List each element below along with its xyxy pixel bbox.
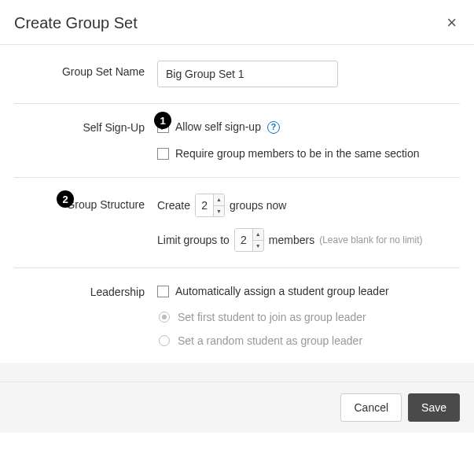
limit-prefix-text: Limit groups to: [157, 234, 230, 246]
first-student-text: Set first student to join as group leade…: [178, 311, 366, 323]
self-signup-section: 1 Self Sign-Up Allow self sign-up ? Requ…: [0, 104, 474, 177]
group-set-name-input[interactable]: [157, 61, 338, 87]
create-groups-row: Create ▲ ▼ groups now: [157, 194, 460, 217]
cancel-button[interactable]: Cancel: [340, 393, 402, 422]
group-set-name-section: Group Set Name: [0, 45, 474, 103]
limit-hint-text: (Leave blank for no limit): [319, 234, 422, 245]
spinner: ▲ ▼: [252, 229, 263, 251]
auto-leader-row: Automatically assign a student group lea…: [157, 284, 460, 300]
random-student-radio[interactable]: [159, 335, 170, 346]
chevron-up-icon[interactable]: ▲: [214, 194, 224, 206]
footer-spacer: [0, 363, 474, 382]
leadership-label: Leadership: [14, 284, 157, 298]
group-structure-section: 2 Group Structure Create ▲ ▼ groups now: [0, 178, 474, 268]
random-student-row: Set a random student as group leader: [159, 334, 460, 347]
help-icon[interactable]: ?: [267, 121, 280, 134]
modal-footer: Cancel Save: [0, 382, 474, 433]
modal-title: Create Group Set: [14, 14, 138, 32]
limit-count-input[interactable]: [235, 229, 252, 251]
auto-leader-text: Automatically assign a student group lea…: [175, 284, 389, 300]
allow-self-signup-row: Allow self sign-up ?: [157, 120, 460, 135]
same-section-row: Require group members to be in the same …: [157, 146, 460, 162]
group-structure-label: Group Structure: [14, 194, 157, 211]
chevron-up-icon[interactable]: ▲: [253, 229, 263, 241]
limit-suffix-text: members: [269, 234, 314, 246]
modal-header: Create Group Set ×: [0, 0, 474, 44]
same-section-text: Require group members to be in the same …: [175, 146, 420, 162]
spinner: ▲ ▼: [213, 194, 224, 216]
random-student-text: Set a random student as group leader: [178, 334, 362, 347]
same-section-checkbox[interactable]: [157, 148, 169, 160]
allow-self-signup-text: Allow self sign-up: [175, 120, 261, 135]
limit-count-stepper: ▲ ▼: [234, 228, 264, 252]
create-group-set-modal: Create Group Set × Group Set Name 1 Self…: [0, 0, 474, 433]
leadership-section: Leadership Automatically assign a studen…: [0, 268, 474, 363]
chevron-down-icon[interactable]: ▼: [253, 241, 263, 252]
save-button[interactable]: Save: [408, 393, 460, 422]
annotation-badge-1: 1: [154, 112, 171, 129]
first-student-row: Set first student to join as group leade…: [159, 311, 460, 323]
create-count-stepper: ▲ ▼: [195, 194, 225, 217]
limit-groups-row: Limit groups to ▲ ▼ members (Leave blank…: [157, 228, 460, 252]
create-suffix-text: groups now: [230, 199, 286, 212]
group-set-name-label: Group Set Name: [14, 61, 157, 78]
self-signup-label: Self Sign-Up: [14, 120, 157, 134]
close-icon[interactable]: ×: [443, 13, 460, 33]
chevron-down-icon[interactable]: ▼: [214, 206, 224, 217]
create-count-input[interactable]: [196, 194, 213, 216]
first-student-radio[interactable]: [159, 312, 170, 323]
create-prefix-text: Create: [157, 199, 190, 212]
auto-leader-checkbox[interactable]: [157, 286, 169, 297]
